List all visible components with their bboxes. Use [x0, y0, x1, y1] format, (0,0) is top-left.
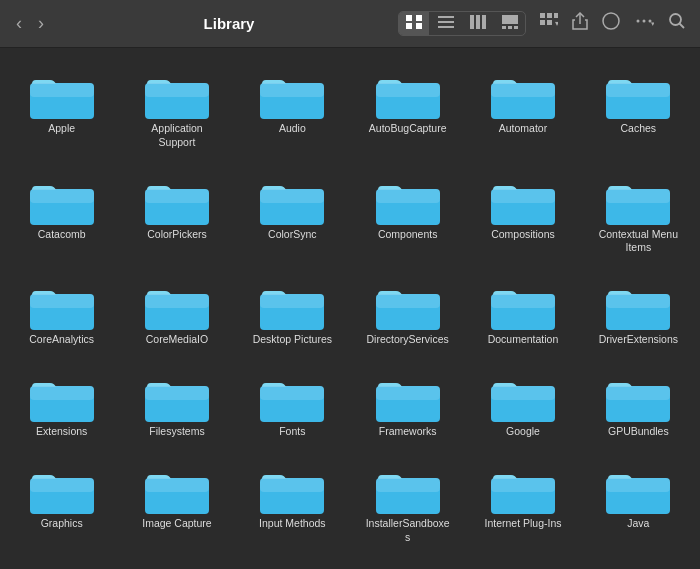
- svg-rect-58: [376, 294, 440, 308]
- svg-rect-62: [606, 294, 670, 308]
- folder-item[interactable]: GPUBundles: [581, 361, 696, 453]
- svg-rect-52: [30, 294, 94, 308]
- tags-button[interactable]: [598, 10, 624, 37]
- folder-item[interactable]: Caches: [581, 58, 696, 164]
- folder-item[interactable]: Frameworks: [350, 361, 465, 453]
- svg-rect-5: [438, 21, 454, 23]
- nav-buttons: ‹ ›: [10, 11, 50, 36]
- folder-icon: [489, 277, 557, 333]
- list-view-button[interactable]: [431, 12, 461, 35]
- folder-item[interactable]: Google: [465, 361, 580, 453]
- folder-label: Frameworks: [379, 425, 437, 439]
- folder-icon: [374, 66, 442, 122]
- folder-icon: [489, 66, 557, 122]
- folder-label: ColorPickers: [147, 228, 207, 242]
- svg-rect-12: [508, 26, 512, 29]
- folder-icon: [258, 461, 326, 517]
- arrange-button[interactable]: ▾: [536, 11, 562, 36]
- folder-icon: [28, 277, 96, 333]
- svg-rect-6: [438, 26, 454, 28]
- svg-rect-68: [260, 386, 324, 400]
- folder-icon: [258, 66, 326, 122]
- folder-item[interactable]: CoreMediaIO: [119, 269, 234, 361]
- folder-icon: [604, 369, 672, 425]
- svg-rect-3: [416, 23, 422, 29]
- folder-item[interactable]: Internet Plug-Ins: [465, 453, 580, 559]
- svg-rect-86: [606, 478, 670, 492]
- svg-line-26: [680, 24, 685, 29]
- folder-label: InstallerSandboxes: [364, 517, 452, 544]
- folder-item[interactable]: Filesystems: [119, 361, 234, 453]
- folder-item[interactable]: Image Capture: [119, 453, 234, 559]
- folder-item[interactable]: Fonts: [235, 361, 350, 453]
- svg-rect-80: [260, 478, 324, 492]
- folder-icon: [489, 461, 557, 517]
- folder-item[interactable]: Catacomb: [4, 164, 119, 270]
- folder-label: Audio: [279, 122, 306, 136]
- folder-item[interactable]: Graphics: [4, 453, 119, 559]
- folder-item[interactable]: Java: [581, 453, 696, 559]
- folder-icon: [28, 369, 96, 425]
- folder-item[interactable]: Apple: [4, 58, 119, 164]
- svg-rect-14: [540, 13, 545, 18]
- view-toggle-group: [398, 11, 526, 36]
- svg-rect-30: [145, 83, 209, 97]
- svg-rect-17: [540, 20, 545, 25]
- svg-rect-34: [376, 83, 440, 97]
- svg-rect-0: [406, 15, 412, 21]
- folder-icon: [258, 369, 326, 425]
- folder-item[interactable]: CoreAnalytics: [4, 269, 119, 361]
- folder-item[interactable]: Input Methods: [235, 453, 350, 559]
- folder-item[interactable]: ColorSync: [235, 164, 350, 270]
- svg-rect-8: [476, 15, 480, 29]
- folder-item[interactable]: DriverExtensions: [581, 269, 696, 361]
- svg-rect-28: [30, 83, 94, 97]
- folder-icon: [489, 369, 557, 425]
- folder-icon: [143, 369, 211, 425]
- toolbar: ‹ › Library ▾ ▾: [0, 0, 700, 48]
- icon-view-button[interactable]: [399, 12, 429, 35]
- folder-item[interactable]: AutoBugCapture: [350, 58, 465, 164]
- folder-label: Java: [627, 517, 649, 531]
- svg-rect-78: [145, 478, 209, 492]
- folder-item[interactable]: Compositions: [465, 164, 580, 270]
- folder-item[interactable]: ColorPickers: [119, 164, 234, 270]
- folder-label: Compositions: [491, 228, 555, 242]
- svg-rect-9: [482, 15, 486, 29]
- svg-rect-56: [260, 294, 324, 308]
- folder-icon: [604, 461, 672, 517]
- folder-label: Contextual Menu Items: [594, 228, 682, 255]
- more-button[interactable]: ▾: [630, 11, 658, 36]
- share-button[interactable]: [568, 10, 592, 37]
- folder-item[interactable]: DirectoryServices: [350, 269, 465, 361]
- folder-label: Components: [378, 228, 438, 242]
- folder-item[interactable]: Automator: [465, 58, 580, 164]
- folder-item[interactable]: Extensions: [4, 361, 119, 453]
- svg-text:▾: ▾: [555, 19, 558, 28]
- svg-rect-44: [260, 189, 324, 203]
- folder-item[interactable]: Components: [350, 164, 465, 270]
- folder-label: Application Support: [133, 122, 221, 149]
- svg-rect-84: [491, 478, 555, 492]
- folder-item[interactable]: Documentation: [465, 269, 580, 361]
- folder-item[interactable]: Audio: [235, 58, 350, 164]
- folder-item[interactable]: Application Support: [119, 58, 234, 164]
- svg-rect-72: [491, 386, 555, 400]
- folder-item[interactable]: Desktop Pictures: [235, 269, 350, 361]
- back-button[interactable]: ‹: [10, 11, 28, 36]
- folder-item[interactable]: Contextual Menu Items: [581, 164, 696, 270]
- folder-icon: [28, 66, 96, 122]
- svg-rect-50: [606, 189, 670, 203]
- folder-label: Image Capture: [142, 517, 211, 531]
- forward-button[interactable]: ›: [32, 11, 50, 36]
- svg-rect-54: [145, 294, 209, 308]
- search-button[interactable]: [664, 10, 690, 37]
- svg-rect-76: [30, 478, 94, 492]
- folder-label: Caches: [621, 122, 657, 136]
- svg-rect-82: [376, 478, 440, 492]
- folder-label: Internet Plug-Ins: [484, 517, 561, 531]
- folder-item[interactable]: InstallerSandboxes: [350, 453, 465, 559]
- folder-label: Catacomb: [38, 228, 86, 242]
- gallery-view-button[interactable]: [495, 12, 525, 35]
- column-view-button[interactable]: [463, 12, 493, 35]
